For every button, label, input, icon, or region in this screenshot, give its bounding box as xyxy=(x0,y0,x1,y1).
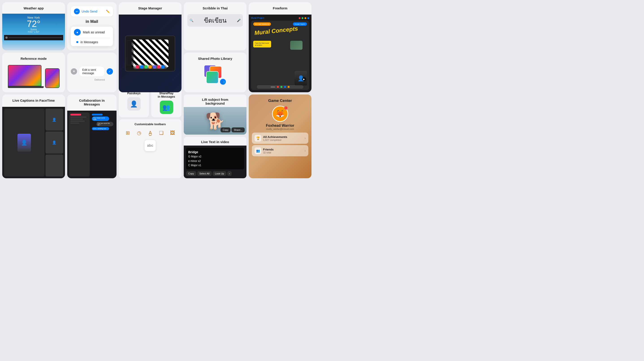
stage-manager-card: Stage Manager xyxy=(119,2,182,92)
video-screenshot: Bridge G Major x2 e minor x2 C Major x1 … xyxy=(184,146,246,178)
map-thumbnail xyxy=(290,41,302,50)
customizable-toolbars-card: Customizable toolbars ⊞ ◷ A̲ ❑ 🖼 abc xyxy=(119,119,182,178)
freeform-dot-red xyxy=(299,17,300,19)
in-mail-label: in Mail xyxy=(86,19,98,24)
weather-temp: 72° xyxy=(4,19,63,28)
freeform-title: Freeform xyxy=(269,6,291,10)
in-messages-dot xyxy=(76,41,78,43)
gc-achievements-left: 🏆 All Achievements 1,027 completed xyxy=(254,135,287,142)
laptop-base xyxy=(8,86,44,88)
collaboration-messages-card: Collaboration in Messages Hey! Made some… xyxy=(67,94,116,178)
toolbar-icon-abc: abc xyxy=(144,140,156,151)
gc-friends-left: 👥 Friends 32 total xyxy=(254,147,274,154)
facetime-person: 👤 xyxy=(18,134,31,152)
collaboration-title: Collaboration in Messages xyxy=(67,98,116,106)
video-copy-btn[interactable]: Copy xyxy=(186,171,196,176)
reference-mode-title: Reference mode xyxy=(20,57,47,60)
lift-subject-card: Lift subject from background 🐕 Copy Shar… xyxy=(184,94,246,135)
cancel-circle[interactable]: × xyxy=(71,68,77,75)
search-bar: 🔍 ขีดเขียน 🎤 xyxy=(187,14,243,27)
shareplay-mini-card: SharePlay in Messages 👥 xyxy=(151,88,182,117)
live-text-title: Live Text in video xyxy=(187,140,243,144)
compose-icon: ✏️ xyxy=(106,10,110,13)
shared-photo-title: Shared Photo Library xyxy=(198,57,232,60)
mark-unread-label: Mark as unread xyxy=(83,30,105,34)
lift-title-2: background xyxy=(187,101,243,105)
user-bubble-1: Michael Simmons xyxy=(253,22,271,26)
gc-friends-count: 32 total xyxy=(263,151,274,154)
freeform-dot-green xyxy=(302,17,304,19)
facetime-sidebar: 👤 👤 xyxy=(46,109,63,176)
tablet-sidebar xyxy=(127,40,134,65)
gc-friends-row[interactable]: 👥 Friends 32 total › xyxy=(252,145,308,156)
collab-screenshot: Hey! Made some edits Can you send the fi… xyxy=(67,111,116,178)
edit-message-card: × Edit a sent message ✓ Delivered xyxy=(67,53,116,92)
weather-screenshot: New York 72° Sunny H:81° L:63° xyxy=(2,14,65,50)
video-select-all-btn[interactable]: Select All xyxy=(197,171,212,176)
live-text-title-wrapper: Live Text in video xyxy=(184,137,246,146)
line1: G Major x2 xyxy=(188,155,242,159)
undo-send-label: Undo Send xyxy=(82,10,97,13)
user-bubble-2: Susan Ogren xyxy=(293,22,307,26)
gc-player-email: molly_wiebe@icloud.com xyxy=(266,128,294,130)
weather-desc: Sunny xyxy=(4,28,63,31)
freeform-bottom-bar xyxy=(257,85,304,89)
in-messages-item[interactable]: in Messages xyxy=(71,38,113,46)
sticky-note-1: Paint the final mural at location xyxy=(253,41,271,47)
delivered-text: Delivered xyxy=(94,78,105,81)
shareplay-icon: 👥 xyxy=(160,100,173,114)
lift-title-wrapper: Lift subject from background xyxy=(184,94,246,107)
scribble-title: Scribble in Thai xyxy=(202,6,228,10)
weather-app-card: Weather app New York 72° Sunny H:81° L:6… xyxy=(2,2,65,50)
video-look-up-btn[interactable]: Look Up xyxy=(213,171,226,176)
toolbar-icon-text: A̲ xyxy=(146,129,154,137)
video-chevron-btn[interactable]: › xyxy=(227,171,232,176)
freeform-project-label: Mural Project xyxy=(251,17,264,19)
gc-player-name: Foxhead Warrior xyxy=(266,124,294,128)
gc-achievements-icon: 🏆 xyxy=(254,135,261,142)
live-captions-title: Live Captions in FaceTime xyxy=(9,98,58,102)
undo-send-button[interactable]: ↩ Undo Send ✏️ xyxy=(71,6,113,16)
mark-unread-icon: ● xyxy=(74,29,81,36)
mark-unread-item[interactable]: ● Mark as unread xyxy=(71,27,113,38)
passkeys-mini-card: Passkeys 👤 xyxy=(119,88,149,117)
copy-btn[interactable]: Copy xyxy=(220,127,231,132)
share-btn[interactable]: Share... xyxy=(232,127,245,132)
dock xyxy=(133,65,167,69)
stage-manager-title: Stage Manager xyxy=(135,6,166,10)
photo-collage: 👥 xyxy=(204,65,226,85)
reference-mode-card: Reference mode xyxy=(2,53,65,92)
passkeys-icon: 👤 xyxy=(127,97,141,111)
delivered-wrapper: Delivered xyxy=(71,77,113,81)
collab-screen-left xyxy=(69,112,90,176)
facetime-thumb-2: 👤 xyxy=(46,131,63,153)
dog-photo-area: 🐕 Copy Share... xyxy=(184,107,246,135)
freeform-toolbar: Mural Project xyxy=(251,17,309,19)
facetime-thumb-1: 👤 xyxy=(46,109,63,131)
laptop-screen xyxy=(8,65,42,86)
edit-input-row: × Edit a sent message ✓ xyxy=(71,66,113,77)
send-circle[interactable]: ✓ xyxy=(107,68,113,75)
facetime-screenshot: 👤 👤 👤 xyxy=(2,107,65,178)
toolbar-icons-row: ⊞ ◷ A̲ ❑ 🖼 abc xyxy=(121,129,179,151)
reference-mockup xyxy=(8,65,60,88)
gc-achievements-row[interactable]: 🏆 All Achievements 1,027 completed › xyxy=(252,133,308,144)
toolbars-title: Customizable toolbars xyxy=(134,122,166,126)
freeform-card: Freeform Mural Project Michael Simmons M… xyxy=(249,2,312,92)
edit-input-box[interactable]: Edit a sent message xyxy=(79,66,105,77)
bridge-text: Bridge xyxy=(188,150,242,155)
collab-screen-right: Hey! Made some edits Can you send the fi… xyxy=(90,112,115,176)
mic-icon: 🎤 xyxy=(237,18,241,22)
scribble-thai-card: Scribble in Thai 🔍 ขีดเขียน 🎤 xyxy=(184,2,246,50)
video-play-icon: ▶ xyxy=(302,77,306,81)
undo-send-card: ↩ Undo Send ✏️ in Mail ● Mark as unread … xyxy=(67,2,116,50)
context-menu: Copy Share... xyxy=(220,127,245,132)
game-center-title: Game Center xyxy=(268,98,292,103)
gc-achievements-count: 1,027 completed xyxy=(263,139,287,141)
gc-badge: ! xyxy=(284,106,288,110)
gc-friends-icon: 👥 xyxy=(254,147,261,154)
game-center-card: Game Center 🦊 ! Foxhead Warrior molly_wi… xyxy=(249,94,312,178)
freeform-dot-orange xyxy=(304,17,306,19)
stage-screenshot xyxy=(119,14,182,92)
toolbar-icon-table: ⊞ xyxy=(123,129,132,137)
